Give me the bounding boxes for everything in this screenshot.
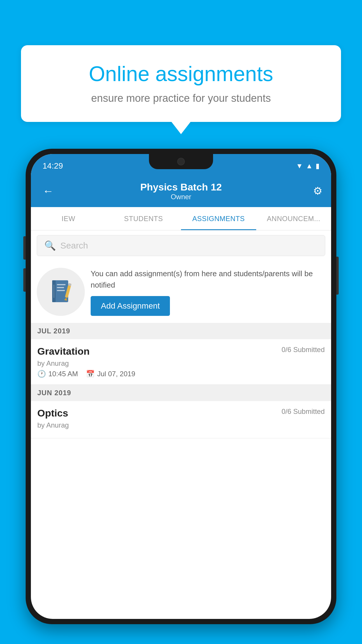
phone-frame: 14:29 ▼ ▲ ▮ ← Physics Batch 12 Owner ⚙ — [26, 149, 336, 624]
settings-button[interactable]: ⚙ — [313, 185, 322, 197]
back-button[interactable]: ← — [40, 182, 57, 200]
notebook-svg-icon — [49, 279, 73, 305]
assignment-by-optics: by Anurag — [37, 421, 325, 429]
assignment-time: 🕐 10:45 AM — [37, 370, 78, 378]
svg-rect-2 — [57, 284, 66, 285]
app-header: ← Physics Batch 12 Owner ⚙ — [31, 175, 331, 207]
add-assignment-button[interactable]: Add Assignment — [91, 296, 170, 316]
assignment-submitted-optics: 0/6 Submitted — [282, 407, 325, 416]
tab-students[interactable]: STUDENTS — [106, 207, 181, 230]
assignment-title-optics: Optics — [37, 407, 68, 419]
battery-icon: ▮ — [316, 162, 319, 170]
tab-bar: IEW STUDENTS ASSIGNMENTS ANNOUNCEM... — [31, 207, 331, 230]
speech-bubble-container: Online assignments ensure more practice … — [21, 45, 341, 122]
tab-overview[interactable]: IEW — [31, 207, 106, 230]
promo-content: You can add assignment(s) from here and … — [91, 268, 325, 316]
assignment-submitted: 0/6 Submitted — [282, 346, 325, 354]
front-camera — [177, 158, 185, 165]
phone-mockup: 14:29 ▼ ▲ ▮ ← Physics Batch 12 Owner ⚙ — [26, 149, 336, 644]
assignment-meta: 🕐 10:45 AM 📅 Jul 07, 2019 — [37, 370, 325, 378]
speech-bubble-title: Online assignments — [38, 61, 324, 86]
assignment-date: 📅 Jul 07, 2019 — [86, 370, 135, 378]
phone-notch — [149, 154, 213, 169]
promo-icon-circle — [37, 268, 85, 316]
clock-icon: 🕐 — [37, 370, 46, 378]
assignment-date-value: Jul 07, 2019 — [97, 370, 135, 378]
svg-rect-4 — [57, 290, 65, 291]
assignment-top-row: Gravitation 0/6 Submitted — [37, 346, 325, 357]
screen-content: 🔍 Search — [31, 230, 331, 619]
promo-section: You can add assignment(s) from here and … — [31, 261, 331, 323]
month-header-jun: JUN 2019 — [31, 385, 331, 401]
search-container: 🔍 Search — [31, 230, 331, 261]
volume-up-button — [23, 236, 26, 260]
tab-announcements[interactable]: ANNOUNCEM... — [256, 207, 331, 230]
assignment-top-row-optics: Optics 0/6 Submitted — [37, 407, 325, 419]
wifi-icon: ▼ — [296, 162, 303, 170]
calendar-icon: 📅 — [86, 370, 95, 378]
header-title-container: Physics Batch 12 Owner — [140, 181, 222, 201]
search-placeholder: Search — [60, 241, 88, 251]
tab-assignments[interactable]: ASSIGNMENTS — [181, 207, 256, 230]
speech-bubble: Online assignments ensure more practice … — [21, 45, 341, 122]
status-icons: ▼ ▲ ▮ — [296, 162, 319, 170]
assignment-by: by Anurag — [37, 359, 325, 368]
volume-down-button — [23, 268, 26, 292]
signal-icon: ▲ — [306, 162, 313, 170]
search-icon: 🔍 — [44, 240, 56, 251]
svg-rect-3 — [57, 287, 64, 288]
header-title: Physics Batch 12 — [140, 181, 222, 193]
assignment-item-optics[interactable]: Optics 0/6 Submitted by Anurag — [31, 401, 331, 438]
speech-bubble-subtitle: ensure more practice for your students — [38, 92, 324, 104]
header-subtitle: Owner — [140, 193, 222, 201]
month-header-jul: JUL 2019 — [31, 323, 331, 339]
assignment-item-gravitation[interactable]: Gravitation 0/6 Submitted by Anurag 🕐 10… — [31, 339, 331, 385]
phone-screen: 14:29 ▼ ▲ ▮ ← Physics Batch 12 Owner ⚙ — [31, 154, 331, 619]
assignment-time-value: 10:45 AM — [48, 370, 78, 378]
assignment-title: Gravitation — [37, 346, 89, 357]
search-bar[interactable]: 🔍 Search — [37, 235, 325, 256]
power-button — [336, 257, 339, 295]
promo-text: You can add assignment(s) from here and … — [91, 268, 325, 291]
status-time: 14:29 — [43, 161, 63, 171]
